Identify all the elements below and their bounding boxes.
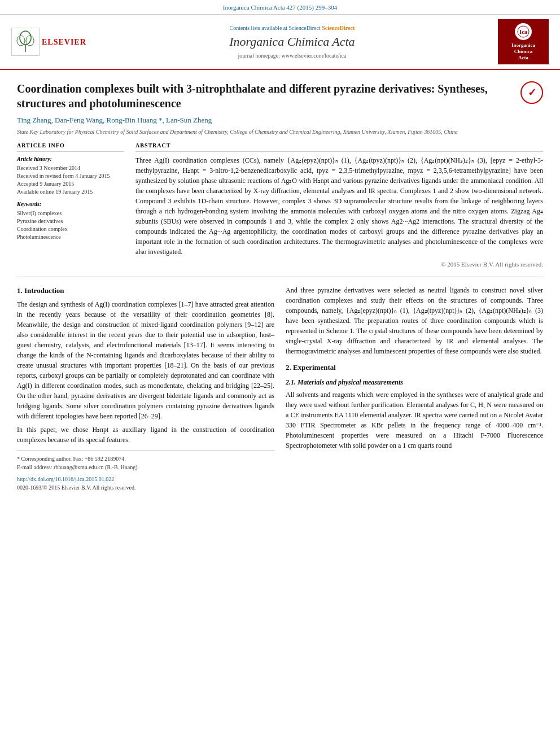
affiliation: State Key Laboratory for Physical Chemis…: [17, 128, 543, 136]
history-section: Article history: Received 3 November 201…: [17, 155, 124, 196]
abstract-text: Three Ag(I) coordination complexes (CCs)…: [135, 155, 543, 257]
footnote-area: * Corresponding author. Fax: +86 592 218…: [17, 451, 274, 471]
journal-logo-box: Ica InorganicaChimicaActa: [498, 19, 549, 64]
section-2-label: Experimental: [293, 363, 336, 372]
keyword-2: Pyrazine derivatives: [17, 217, 124, 225]
keywords-section: Keywords: Silver(I) complexes Pyrazine d…: [17, 200, 124, 241]
doi-line: http://dx.doi.org/10.1016/j.ica.2015.01.…: [17, 475, 274, 483]
article-title: Coordination complexes built with 3-nitr…: [17, 81, 543, 111]
abstract-panel: ABSTRACT Three Ag(I) coordination comple…: [135, 142, 543, 269]
section-number: 1.: [17, 286, 23, 295]
main-content: Coordination complexes built with 3-nitr…: [0, 70, 560, 503]
elsevier-tree-icon: [11, 28, 40, 56]
keyword-4: Photoluminescence: [17, 233, 124, 241]
abstract-title: ABSTRACT: [135, 142, 543, 152]
intro-body: The design and synthesis of Ag(I) coordi…: [17, 299, 274, 445]
top-bar: Inorganica Chimica Acta 427 (2015) 299–3…: [0, 0, 560, 15]
right-para-2: All solvents and reagents which were emp…: [286, 390, 543, 451]
keyword-3: Coordination complex: [17, 225, 124, 233]
article-info-panel: ARTICLE INFO Article history: Received 3…: [17, 142, 124, 269]
article-info-title: ARTICLE INFO: [17, 142, 124, 152]
accepted-date: Accepted 9 January 2015: [17, 180, 124, 188]
section-21-label: 2.1. Materials and physical measurements: [286, 378, 403, 386]
intro-para-2: In this paper, we chose H₂npt as auxilia…: [17, 425, 274, 445]
received-date: Received 3 November 2014: [17, 164, 124, 172]
journal-homepage: journal homepage: www.elsevier.com/locat…: [86, 52, 498, 60]
doi-text: http://dx.doi.org/10.1016/j.ica.2015.01.…: [17, 476, 114, 482]
intro-para-1: The design and synthesis of Ag(I) coordi…: [17, 299, 274, 421]
journal-logo-icon: Ica: [515, 23, 532, 40]
keyword-1: Silver(I) complexes: [17, 209, 124, 217]
email-note: E-mail address: rbhuang@xmu.edu.cn (R.-B…: [17, 463, 274, 471]
available-online-date: Available online 19 January 2015: [17, 188, 124, 196]
body-columns: 1. Introduction The design and synthesis…: [17, 285, 543, 492]
section-heading: 1. Introduction: [17, 285, 274, 296]
journal-header: ELSEVIER Contents lists available at Sci…: [0, 15, 560, 70]
issn-line: 0020-1693/© 2015 Elsevier B.V. All right…: [17, 483, 274, 492]
keywords-label: Keywords:: [17, 200, 124, 208]
article-info-abstract: ARTICLE INFO Article history: Received 3…: [17, 142, 543, 269]
introduction-section: 1. Introduction The design and synthesis…: [17, 285, 274, 445]
history-label: Article history:: [17, 155, 124, 163]
journal-header-center: Contents lists available at ScienceDirec…: [86, 24, 498, 60]
journal-citation: Inorganica Chimica Acta 427 (2015) 299–3…: [223, 4, 337, 11]
sciencedirect-brand: ScienceDirect: [322, 25, 355, 31]
section-21-heading: 2.1. Materials and physical measurements: [286, 377, 543, 387]
journal-title: Inorganica Chimica Acta: [86, 33, 498, 51]
body-left-col: 1. Introduction The design and synthesis…: [17, 285, 274, 492]
journal-logo-text: InorganicaChimicaActa: [511, 42, 535, 60]
section-label: Introduction: [24, 286, 64, 295]
section-2-number: 2.: [286, 363, 291, 372]
sciencedirect-link: Contents lists available at ScienceDirec…: [86, 24, 498, 32]
body-right-col: And three pyrazine derivatives were sele…: [286, 285, 543, 492]
corresponding-author-note: * Corresponding author. Fax: +86 592 218…: [17, 455, 274, 463]
section-2-heading: 2. Experimental: [286, 362, 543, 373]
author-names: Ting Zhang, Dan-Feng Wang, Rong-Bin Huan…: [17, 116, 212, 124]
svg-text:Ica: Ica: [519, 29, 527, 35]
right-col-body: And three pyrazine derivatives were sele…: [286, 285, 543, 451]
crossmark-icon: ✓: [520, 81, 543, 104]
issn-text: 0020-1693/© 2015 Elsevier B.V. All right…: [17, 484, 135, 491]
section-divider: [17, 277, 543, 277]
right-para-1: And three pyrazine derivatives were sele…: [286, 285, 543, 356]
authors-line: Ting Zhang, Dan-Feng Wang, Rong-Bin Huan…: [17, 115, 543, 125]
elsevier-label: ELSEVIER: [42, 37, 86, 48]
copyright-line: © 2015 Elsevier B.V. All rights reserved…: [135, 260, 543, 269]
received-revised-date: Received in revised form 4 January 2015: [17, 172, 124, 180]
elsevier-logo: ELSEVIER: [11, 28, 86, 56]
